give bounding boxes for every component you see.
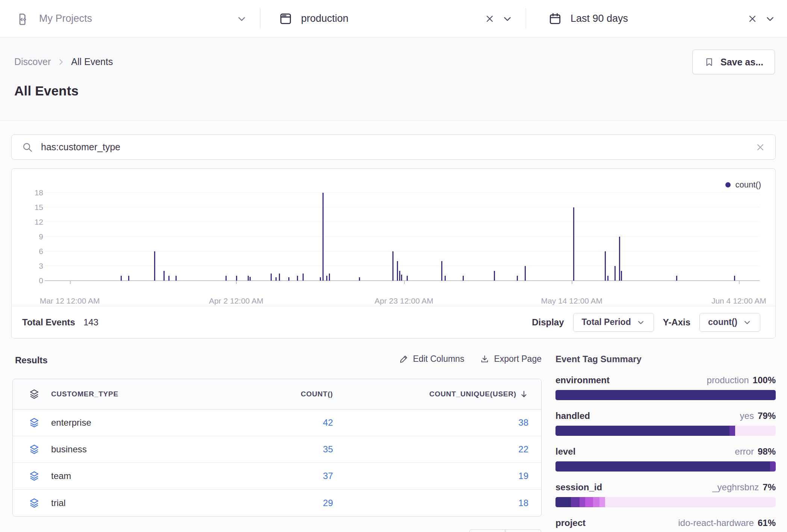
chart-bar[interactable] <box>399 271 400 281</box>
tag-bar-segment[interactable] <box>555 426 729 436</box>
display-dropdown[interactable]: Total Period <box>573 313 654 332</box>
clear-filter-icon[interactable] <box>747 14 758 24</box>
tag-bar-segment[interactable] <box>555 461 770 472</box>
chart-bar[interactable] <box>407 276 408 281</box>
chevron-down-icon[interactable] <box>764 13 776 24</box>
stack-icon <box>29 497 40 509</box>
count-cell-link[interactable]: 37 <box>323 471 333 481</box>
chart-bar[interactable] <box>607 276 608 281</box>
chart-bar[interactable] <box>329 274 330 281</box>
tag-bar-segment[interactable] <box>770 461 776 472</box>
count-cell-link[interactable]: 29 <box>323 498 333 508</box>
column-header-count-unique[interactable]: COUNT_UNIQUE(USER) <box>429 390 516 398</box>
chevron-down-icon[interactable] <box>236 13 247 24</box>
chart-bar[interactable] <box>176 276 177 281</box>
project-selector[interactable]: My Projects <box>0 0 260 37</box>
chart-bar[interactable] <box>236 276 237 281</box>
x-axis-tick <box>404 281 405 284</box>
customer-type-cell: trial <box>51 498 66 508</box>
save-as-button[interactable]: Save as... <box>692 50 775 74</box>
chart-bar[interactable] <box>621 271 622 281</box>
chart-bar[interactable] <box>297 276 298 281</box>
export-page-button[interactable]: Export Page <box>480 354 542 364</box>
edit-columns-button[interactable]: Edit Columns <box>399 354 465 364</box>
chart-bar[interactable] <box>525 266 526 281</box>
tag-bar-segment[interactable] <box>593 497 600 507</box>
chart-bar[interactable] <box>619 237 620 281</box>
column-header-count[interactable]: COUNT() <box>301 390 333 398</box>
chart-bar[interactable] <box>128 276 129 281</box>
chart-bar[interactable] <box>279 274 280 281</box>
chart-bar[interactable] <box>163 271 165 281</box>
tag-name: project <box>555 518 586 528</box>
chart-bar[interactable] <box>517 276 518 281</box>
date-range-filter[interactable]: Last 90 days <box>526 0 787 37</box>
tag-distribution-bar[interactable] <box>555 461 776 472</box>
search-input[interactable] <box>41 142 748 153</box>
event-tag-summary-panel: Event Tag Summary environmentproduction1… <box>555 354 776 532</box>
x-axis-tick-label: May 14 12:00 AM <box>541 296 602 305</box>
chart-bar[interactable] <box>121 276 122 281</box>
chart-bar[interactable] <box>271 274 272 281</box>
chart-bar[interactable] <box>614 266 616 281</box>
count-unique-cell-link[interactable]: 18 <box>518 498 528 508</box>
clear-filter-icon[interactable] <box>484 14 495 24</box>
tag-bar-segment[interactable] <box>555 390 776 400</box>
tag-name: session_id <box>555 482 602 493</box>
column-header-customer-type[interactable]: CUSTOMER_TYPE <box>51 390 118 398</box>
y-axis-dropdown[interactable]: count() <box>699 313 760 332</box>
tag-distribution-bar[interactable] <box>555 497 776 507</box>
pagination-next-button[interactable] <box>505 529 541 532</box>
chart-bar[interactable] <box>288 277 289 281</box>
chart-bar[interactable] <box>248 276 249 281</box>
events-chart[interactable]: count() 0369121518 Mar 12 12:00 AMApr 2 … <box>12 169 775 307</box>
chart-bar[interactable] <box>168 276 170 281</box>
sort-descending-icon[interactable] <box>519 390 528 399</box>
chart-bar[interactable] <box>322 193 324 281</box>
tag-distribution-bar[interactable] <box>555 426 776 436</box>
display-label: Display <box>532 317 564 328</box>
chevron-down-icon[interactable] <box>502 13 513 24</box>
chart-bar[interactable] <box>605 251 606 281</box>
pagination-previous-button[interactable] <box>469 529 505 532</box>
chart-legend[interactable]: count() <box>725 180 761 190</box>
global-filter-bar: My Projects production <box>0 0 787 38</box>
chart-bar[interactable] <box>275 277 277 281</box>
chart-bar[interactable] <box>226 276 227 281</box>
chevron-down-icon <box>636 318 645 327</box>
chart-bar[interactable] <box>676 276 677 281</box>
chart-bar[interactable] <box>359 277 360 281</box>
tag-bar-segment[interactable] <box>729 426 735 436</box>
chart-bar[interactable] <box>734 276 735 281</box>
count-unique-cell-link[interactable]: 22 <box>518 444 528 455</box>
tag-percent: 98% <box>758 446 776 457</box>
chart-bar[interactable] <box>250 277 251 281</box>
chart-gridline <box>45 236 760 237</box>
clear-search-icon[interactable] <box>755 142 766 153</box>
chart-bar[interactable] <box>441 261 442 281</box>
count-cell-link[interactable]: 35 <box>323 444 333 454</box>
chart-bar[interactable] <box>392 251 394 281</box>
count-unique-cell-link[interactable]: 19 <box>518 471 528 481</box>
chart-bar[interactable] <box>401 275 402 281</box>
chart-bar[interactable] <box>573 207 574 281</box>
tag-bar-segment[interactable] <box>555 497 571 507</box>
breadcrumb-discover-link[interactable]: Discover <box>14 56 51 67</box>
chart-bar[interactable] <box>494 271 495 281</box>
chart-bar[interactable] <box>303 274 304 281</box>
tag-bar-segment[interactable] <box>585 497 593 507</box>
customer-type-cell: enterprise <box>51 417 91 428</box>
chart-bar[interactable] <box>326 276 327 281</box>
tag-distribution-bar[interactable] <box>555 390 776 400</box>
chart-bar[interactable] <box>154 251 155 281</box>
tag-bar-segment[interactable] <box>580 497 585 507</box>
chart-bar[interactable] <box>445 276 446 281</box>
environment-filter[interactable]: production <box>260 0 526 37</box>
count-cell-link[interactable]: 42 <box>323 417 333 428</box>
count-unique-cell-link[interactable]: 38 <box>518 417 528 428</box>
chart-bar[interactable] <box>463 276 464 281</box>
tag-bar-segment[interactable] <box>571 497 580 507</box>
chart-bar[interactable] <box>320 277 321 281</box>
chart-bar[interactable] <box>397 261 398 281</box>
tag-bar-segment[interactable] <box>599 497 605 507</box>
